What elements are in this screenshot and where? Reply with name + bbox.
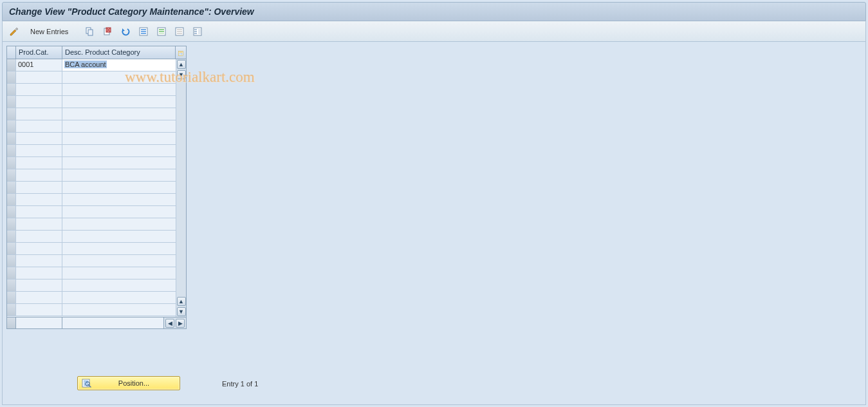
row-selector[interactable] <box>7 59 16 71</box>
table-row[interactable] <box>7 194 186 206</box>
cell-desc[interactable] <box>62 145 186 156</box>
table-row[interactable] <box>7 96 186 108</box>
row-selector[interactable] <box>7 182 16 193</box>
deselect-all-button[interactable] <box>172 24 187 39</box>
cell-prod-cat[interactable] <box>16 96 62 108</box>
table-row[interactable] <box>7 267 186 279</box>
cell-desc[interactable] <box>62 243 186 254</box>
position-button[interactable]: Position... <box>77 376 180 390</box>
cell-desc[interactable] <box>62 108 186 120</box>
row-selector[interactable] <box>7 304 16 316</box>
scroll-down-button[interactable]: ▼ <box>177 70 186 79</box>
row-selector[interactable] <box>7 108 16 120</box>
delete-button[interactable] <box>100 24 115 39</box>
undo-change-button[interactable] <box>118 24 133 39</box>
table-row[interactable]: 0001BCA account <box>7 59 186 71</box>
table-row[interactable] <box>7 108 186 120</box>
table-header-prod-cat[interactable]: Prod.Cat. <box>16 46 62 59</box>
cell-desc[interactable] <box>62 304 186 316</box>
cell-desc[interactable] <box>62 292 186 303</box>
table-row[interactable] <box>7 133 186 145</box>
row-selector[interactable] <box>7 71 16 83</box>
row-selector[interactable] <box>7 231 16 242</box>
scroll-left-button[interactable]: ◀ <box>165 319 174 328</box>
cell-prod-cat[interactable] <box>16 84 62 95</box>
cell-desc[interactable] <box>62 133 186 144</box>
cell-desc[interactable] <box>62 267 186 279</box>
row-selector[interactable] <box>7 243 16 254</box>
scroll-up-button-bottom[interactable]: ▲ <box>177 297 186 306</box>
cell-desc[interactable] <box>62 206 186 218</box>
table-row[interactable] <box>7 120 186 133</box>
cell-desc[interactable] <box>62 120 186 132</box>
new-entries-button[interactable]: New Entries <box>24 24 74 39</box>
cell-prod-cat[interactable] <box>16 169 62 181</box>
cell-prod-cat[interactable]: 0001 <box>16 59 62 71</box>
cell-desc[interactable] <box>62 84 186 95</box>
cell-prod-cat[interactable] <box>16 231 62 242</box>
cell-prod-cat[interactable] <box>16 206 62 218</box>
table-row[interactable] <box>7 84 186 96</box>
row-selector[interactable] <box>7 169 16 181</box>
row-selector[interactable] <box>7 255 16 267</box>
cell-prod-cat[interactable] <box>16 267 62 279</box>
row-selector[interactable] <box>7 279 16 291</box>
toggle-change-mode-button[interactable] <box>6 24 22 39</box>
table-row[interactable] <box>7 169 186 182</box>
cell-prod-cat[interactable] <box>16 304 62 316</box>
row-selector[interactable] <box>7 84 16 95</box>
cell-prod-cat[interactable] <box>16 218 62 230</box>
table-row[interactable] <box>7 145 186 157</box>
cell-prod-cat[interactable] <box>16 157 62 169</box>
vertical-scrollbar[interactable]: ▲ ▼ ▲ ▼ <box>176 59 186 317</box>
row-selector[interactable] <box>7 120 16 132</box>
hscroll-track[interactable] <box>62 317 164 328</box>
row-selector[interactable] <box>7 96 16 108</box>
copy-as-button[interactable] <box>82 24 97 39</box>
cell-prod-cat[interactable] <box>16 255 62 267</box>
row-selector[interactable] <box>7 145 16 156</box>
cell-desc[interactable] <box>62 218 186 230</box>
table-row[interactable] <box>7 304 186 316</box>
table-header-selector[interactable] <box>7 46 16 59</box>
cell-prod-cat[interactable] <box>16 292 62 303</box>
cell-prod-cat[interactable] <box>16 182 62 193</box>
table-row[interactable] <box>7 182 186 194</box>
table-row[interactable] <box>7 157 186 169</box>
horizontal-scrollbar[interactable]: ◀ ▶ <box>7 317 186 328</box>
table-config-button[interactable] <box>176 46 186 59</box>
cell-prod-cat[interactable] <box>16 133 62 144</box>
row-selector[interactable] <box>7 194 16 205</box>
cell-prod-cat[interactable] <box>16 71 62 83</box>
scroll-down-button-bottom[interactable]: ▼ <box>177 307 186 316</box>
table-row[interactable] <box>7 218 186 231</box>
row-selector[interactable] <box>7 292 16 303</box>
row-selector[interactable] <box>7 206 16 218</box>
select-all-button[interactable] <box>136 24 151 39</box>
cell-desc[interactable] <box>62 255 186 267</box>
cell-prod-cat[interactable] <box>16 194 62 205</box>
table-row[interactable] <box>7 243 186 255</box>
scroll-right-button[interactable]: ▶ <box>176 319 185 328</box>
cell-desc[interactable] <box>62 279 186 291</box>
cell-desc[interactable] <box>62 96 186 108</box>
table-row[interactable] <box>7 292 186 304</box>
row-selector[interactable] <box>7 133 16 144</box>
cell-prod-cat[interactable] <box>16 108 62 120</box>
row-selector[interactable] <box>7 267 16 279</box>
cell-desc[interactable] <box>62 231 186 242</box>
select-block-button[interactable] <box>154 24 169 39</box>
cell-prod-cat[interactable] <box>16 145 62 156</box>
cell-prod-cat[interactable] <box>16 120 62 132</box>
cell-desc[interactable] <box>62 71 186 83</box>
cell-desc[interactable]: BCA account <box>62 59 186 71</box>
table-row[interactable] <box>7 255 186 267</box>
table-row[interactable] <box>7 231 186 243</box>
row-selector[interactable] <box>7 218 16 230</box>
table-row[interactable] <box>7 71 186 84</box>
scroll-up-button[interactable]: ▲ <box>177 60 186 69</box>
cell-prod-cat[interactable] <box>16 243 62 254</box>
cell-prod-cat[interactable] <box>16 279 62 291</box>
table-row[interactable] <box>7 206 186 218</box>
table-row[interactable] <box>7 279 186 292</box>
